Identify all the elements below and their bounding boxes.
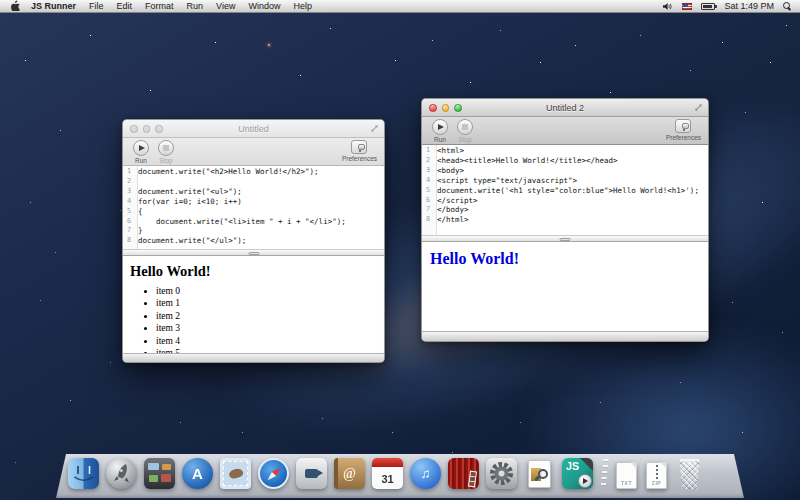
finder-icon bbox=[68, 458, 99, 489]
splitter-grip-icon bbox=[560, 238, 571, 242]
calendar-day: 31 bbox=[381, 473, 393, 485]
output-heading: Hello World! bbox=[130, 263, 384, 280]
line-number: 8 bbox=[123, 236, 134, 246]
code-text: </html> bbox=[433, 215, 469, 225]
traffic-lights bbox=[130, 125, 163, 133]
dock-item-app-store[interactable]: A bbox=[182, 458, 213, 489]
menu-items: FileEditFormatRunViewWindowHelp bbox=[89, 1, 312, 11]
line-number: 1 bbox=[123, 167, 134, 177]
menu-item[interactable]: Format bbox=[145, 1, 174, 11]
stop-label: Stop bbox=[458, 136, 471, 143]
minimize-button[interactable] bbox=[143, 125, 151, 133]
dock-item-preview[interactable] bbox=[524, 458, 555, 489]
run-button[interactable] bbox=[432, 119, 448, 135]
window-title: Untitled 2 bbox=[546, 103, 584, 113]
window-untitled: Untitled Run Stop Preferences 1 document… bbox=[122, 119, 385, 363]
window-bottom-bar bbox=[123, 353, 384, 362]
traffic-lights bbox=[429, 104, 462, 112]
rocket-icon bbox=[106, 458, 137, 489]
menu-item[interactable]: Help bbox=[293, 1, 312, 11]
line-number: 7 bbox=[422, 205, 433, 215]
code-line: 4 <script type="text/javascript"> bbox=[422, 176, 708, 186]
code-line: 3 document.write("<ul>"); bbox=[123, 187, 384, 197]
menu-bar-left: JS Runner FileEditFormatRunViewWindowHel… bbox=[0, 1, 312, 11]
dock-item-txt-file[interactable]: TXT bbox=[616, 460, 639, 489]
menu-item[interactable]: Run bbox=[187, 1, 204, 11]
close-button[interactable] bbox=[429, 104, 437, 112]
dock-item-js-runner[interactable]: JS bbox=[562, 458, 593, 489]
code-text: <head><title>Hello World!</title></head> bbox=[433, 156, 618, 166]
dock-item-system-preferences[interactable] bbox=[486, 458, 517, 489]
dock-item-address-book[interactable]: @ bbox=[334, 458, 365, 489]
code-text: <body> bbox=[433, 166, 464, 176]
line-number: 5 bbox=[422, 186, 433, 196]
dock-item-photo-booth[interactable] bbox=[448, 458, 479, 489]
code-line: 6 document.write("<li>item " + i + "</li… bbox=[123, 217, 384, 227]
menu-clock[interactable]: Sat 1:49 PM bbox=[724, 1, 774, 11]
stop-icon bbox=[163, 145, 169, 151]
code-line: 4 for(var i=0; i<10; i++) bbox=[123, 197, 384, 207]
dock-item-mission-control[interactable] bbox=[144, 458, 175, 489]
toolbar: Run Stop Preferences bbox=[422, 117, 708, 145]
code-editor[interactable]: 1 document.write("<h2>Hello World!</h2>"… bbox=[123, 166, 384, 249]
stop-button[interactable] bbox=[158, 140, 174, 156]
code-line: 7 </body> bbox=[422, 205, 708, 215]
code-line: 7 } bbox=[123, 226, 384, 236]
gear-icon bbox=[486, 458, 517, 489]
dock-item-ical[interactable]: 31 bbox=[372, 458, 403, 489]
eagle-icon bbox=[228, 467, 244, 480]
zoom-button[interactable] bbox=[454, 104, 462, 112]
resize-icon[interactable] bbox=[694, 103, 703, 112]
zip-file-label: ZIP bbox=[647, 480, 666, 486]
dock-item-finder[interactable] bbox=[68, 458, 99, 489]
dock-item-mail[interactable] bbox=[220, 458, 251, 489]
output-list-item: item 2 bbox=[156, 310, 384, 322]
menu-item[interactable]: File bbox=[89, 1, 104, 11]
preferences-button[interactable] bbox=[675, 119, 691, 133]
code-editor[interactable]: 1 <html> 2 <head><title>Hello World!</ti… bbox=[422, 145, 708, 235]
line-number: 3 bbox=[123, 187, 134, 197]
at-sign-icon: @ bbox=[343, 466, 356, 482]
dock-item-zip-file[interactable]: ZIP bbox=[646, 460, 669, 489]
app-store-icon: A bbox=[192, 465, 203, 482]
dock-item-trash[interactable] bbox=[676, 459, 703, 489]
output-list-item: item 0 bbox=[156, 285, 384, 297]
menu-bar: JS Runner FileEditFormatRunViewWindowHel… bbox=[0, 0, 800, 13]
line-number: 4 bbox=[123, 197, 134, 207]
line-number: 3 bbox=[422, 166, 433, 176]
menu-item[interactable]: View bbox=[216, 1, 235, 11]
menu-item[interactable]: Edit bbox=[117, 1, 133, 11]
window-title: Untitled bbox=[238, 124, 269, 134]
volume-icon[interactable] bbox=[663, 2, 673, 11]
preferences-group: Preferences bbox=[342, 140, 377, 162]
mini-window-icon bbox=[149, 475, 158, 482]
document-icon bbox=[528, 460, 551, 488]
line-number: 2 bbox=[123, 177, 134, 187]
preferences-group: Preferences bbox=[666, 119, 701, 141]
titlebar[interactable]: Untitled 2 bbox=[422, 99, 708, 117]
titlebar[interactable]: Untitled bbox=[123, 120, 384, 138]
run-button[interactable] bbox=[133, 140, 149, 156]
menu-app-name[interactable]: JS Runner bbox=[31, 1, 76, 11]
menu-item[interactable]: Window bbox=[248, 1, 280, 11]
dock-item-launchpad[interactable] bbox=[106, 458, 137, 489]
resize-icon[interactable] bbox=[370, 124, 379, 133]
apple-menu-icon[interactable] bbox=[9, 0, 20, 11]
output-list-item: item 1 bbox=[156, 297, 384, 309]
dock-item-safari[interactable] bbox=[258, 458, 289, 489]
splitter-handle[interactable] bbox=[123, 249, 384, 256]
battery-icon[interactable] bbox=[701, 3, 715, 10]
code-text: for(var i=0; i<10; i++) bbox=[134, 197, 242, 207]
dock-item-facetime[interactable] bbox=[296, 458, 327, 489]
zoom-button[interactable] bbox=[155, 125, 163, 133]
minimize-button[interactable] bbox=[442, 104, 450, 112]
run-label: Run bbox=[434, 136, 446, 143]
preferences-button[interactable] bbox=[351, 140, 367, 154]
us-flag-icon[interactable] bbox=[682, 3, 692, 10]
close-button[interactable] bbox=[130, 125, 138, 133]
line-number: 1 bbox=[422, 146, 433, 156]
splitter-handle[interactable] bbox=[422, 235, 708, 242]
spotlight-icon[interactable] bbox=[783, 2, 791, 10]
stop-button[interactable] bbox=[457, 119, 473, 135]
dock-item-itunes[interactable]: ♫ bbox=[410, 458, 441, 489]
